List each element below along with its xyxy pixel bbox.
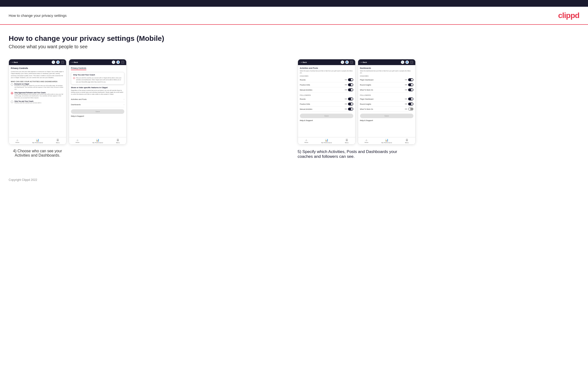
screenshot-col-3: ‹ < Back 🔍 👤 ⊕ Activities and Posts: [298, 59, 355, 145]
followers-round-insights-label: Round Insights: [360, 103, 371, 105]
top-bar: [0, 0, 588, 7]
phone-frame-3: ‹ < Back 🔍 👤 ⊕ Activities and Posts: [298, 59, 355, 145]
search-icon-3[interactable]: 🔍: [341, 60, 344, 64]
nav-home-1[interactable]: ⌂ Home: [15, 139, 19, 143]
back-label-4: < Back: [362, 61, 367, 63]
coaches-manual-label: Manual Activities: [300, 89, 312, 91]
coaches-drills-label: Practice Drills: [300, 84, 310, 86]
radio-option-approved[interactable]: Only Approved Followers and Your Coach O…: [11, 92, 64, 99]
menu-icon-2[interactable]: ⊕: [121, 60, 124, 64]
phone-icons-2: 🔍 👤 ⊕: [112, 60, 124, 64]
radio-option-everyone[interactable]: Everyone on Clippd Everyone on Clippd ca…: [11, 83, 64, 90]
toggle-group-followers-manual: ON: [345, 108, 353, 110]
search-icon-2[interactable]: 🔍: [112, 60, 115, 64]
activities-desc: Select the types of activity that you'd …: [300, 70, 353, 74]
nav-performance-2[interactable]: 📊 My Performance: [92, 139, 103, 143]
coaches-rounds-label: Rounds: [300, 79, 306, 81]
page-content: How to change your privacy settings (Mob…: [0, 25, 588, 173]
home-icon-2: ⌂: [77, 139, 78, 142]
help-support-3: Help & Support: [300, 118, 353, 123]
nav-activities-posts[interactable]: Activities and Posts ›: [71, 97, 124, 102]
phone-back-1[interactable]: ‹ < Back: [11, 61, 18, 63]
nav-dashboards[interactable]: Dashboards ›: [71, 102, 124, 107]
toggle-switch-followers-player-dash[interactable]: [408, 98, 413, 100]
toggle-coaches-player-dash: Player Dashboard ON: [360, 77, 413, 82]
chevron-activities: ›: [124, 98, 124, 100]
menu-icon-4[interactable]: ⊕: [410, 60, 413, 64]
home-icon-1: ⌂: [17, 139, 18, 142]
phone-back-3[interactable]: ‹ < Back: [300, 61, 307, 63]
phone-frame-2: ‹ < Back 🔍 👤 ⊕ Privacy Controls: [69, 59, 127, 145]
toggle-switch-coaches-what-to-work[interactable]: [408, 88, 413, 91]
user-icon-4[interactable]: 👤: [406, 60, 409, 64]
help-support-2: Help & Support: [71, 114, 124, 118]
save-btn-3[interactable]: Save: [300, 114, 353, 118]
followers-drills-label: Practice Drills: [300, 103, 310, 105]
nav-menu-4[interactable]: ☰ Menu: [405, 139, 409, 143]
privacy-controls-title: Privacy Controls: [11, 67, 64, 69]
phone-topbar-4: ‹ < Back 🔍 👤 ⊕: [358, 59, 415, 65]
right-phones: ‹ < Back 🔍 👤 ⊕ Activities and Posts: [298, 59, 579, 145]
phone-body-3: Activities and Posts Select the types of…: [298, 65, 355, 137]
menu-icon-1[interactable]: ⊕: [61, 60, 64, 64]
search-icon-1[interactable]: 🔍: [52, 60, 55, 64]
phone-body-4: Dashboards Select the dashboards that yo…: [358, 65, 415, 137]
phone-back-2[interactable]: ‹ < Back: [71, 61, 78, 63]
phone-body-1: Privacy Controls Control how you and you…: [9, 65, 66, 137]
screenshot-col-1: ‹ < Back 🔍 👤 ⊕ Privacy Controls: [9, 59, 66, 145]
radio-circle-only-you: [11, 101, 13, 103]
nav-performance-3[interactable]: 📊 My Performance: [321, 139, 332, 143]
user-icon-1[interactable]: 👤: [56, 60, 60, 64]
back-label-1: < Back: [12, 61, 18, 63]
toggle-switch-followers-what-to-work[interactable]: [408, 108, 413, 110]
user-icon-2[interactable]: 👤: [116, 60, 120, 64]
activities-title: Activities and Posts: [300, 67, 353, 69]
search-icon-4[interactable]: 🔍: [401, 60, 404, 64]
activities-posts-label: Activities and Posts: [71, 98, 86, 100]
nav-performance-4[interactable]: 📊 My Performance: [381, 139, 392, 143]
toggle-switch-followers-drills[interactable]: [348, 103, 353, 105]
phone-frame-1: ‹ < Back 🔍 👤 ⊕ Privacy Controls: [9, 59, 66, 145]
save-btn-4[interactable]: Save: [360, 114, 413, 118]
caption-right: 5) Specify which Activities, Posts and D…: [298, 149, 404, 159]
toggle-switch-followers-rounds[interactable]: [348, 98, 353, 100]
home-icon-4: ⌂: [365, 139, 367, 142]
toggle-switch-coaches-player-dash[interactable]: [408, 78, 413, 81]
toggle-switch-followers-manual[interactable]: [348, 108, 353, 110]
nav-menu-1[interactable]: ☰ Menu: [56, 139, 60, 143]
toggle-group-coaches-player-dash: ON: [405, 78, 413, 81]
radio-option-only-you[interactable]: Only You and Your Coach Only you and the…: [11, 100, 64, 104]
caption-left: 4) Choose who can see your Activities an…: [9, 149, 66, 158]
chevron-dashboards: ›: [124, 103, 124, 106]
toggle-switch-followers-round-insights[interactable]: [408, 103, 413, 105]
followers-player-dash-label: Player Dashboard: [360, 98, 373, 100]
nav-menu-2[interactable]: ☰ Menu: [116, 139, 120, 143]
help-support-4: Help & Support: [360, 118, 413, 123]
nav-home-3[interactable]: ⌂ Home: [304, 139, 308, 143]
screenshot-col-4: ‹ < Back 🔍 👤 ⊕ Dashboards: [358, 59, 415, 145]
dashboards-label: Dashboards: [71, 103, 81, 106]
toggle-group-followers-player-dash: ON: [405, 98, 413, 100]
nav-menu-label-1: Menu: [56, 142, 60, 143]
toggle-coaches-manual: Manual Activities ON: [300, 87, 353, 92]
back-icon-3: ‹: [300, 61, 300, 63]
toggle-followers-round-insights: Round Insights ON: [360, 102, 413, 107]
nav-performance-label-3: My Performance: [321, 142, 332, 143]
nav-home-4[interactable]: ⌂ Home: [364, 139, 368, 143]
toggle-switch-coaches-drills[interactable]: [348, 83, 353, 86]
save-btn-2[interactable]: Save: [71, 109, 124, 114]
toggle-switch-coaches-manual[interactable]: [348, 88, 353, 91]
home-icon-3: ⌂: [305, 139, 307, 142]
phone-back-4[interactable]: ‹ < Back: [360, 61, 367, 63]
nav-menu-3[interactable]: ☰ Menu: [345, 139, 348, 143]
toggle-switch-coaches-round-insights[interactable]: [408, 83, 413, 86]
user-icon-3[interactable]: 👤: [345, 60, 349, 64]
menu-icon-3[interactable]: ⊕: [350, 60, 353, 64]
toggle-group-coaches-rounds: ON: [345, 78, 353, 81]
nav-performance-1[interactable]: 📊 My Performance: [32, 139, 43, 143]
radio-text-approved: Only Approved Followers and Your Coach O…: [14, 92, 64, 99]
popup-title: Only You and Your Coach: [73, 74, 122, 76]
nav-home-2[interactable]: ⌂ Home: [76, 139, 79, 143]
toggle-switch-coaches-rounds[interactable]: [348, 78, 353, 81]
toggle-followers-rounds: Rounds ON: [300, 97, 353, 102]
